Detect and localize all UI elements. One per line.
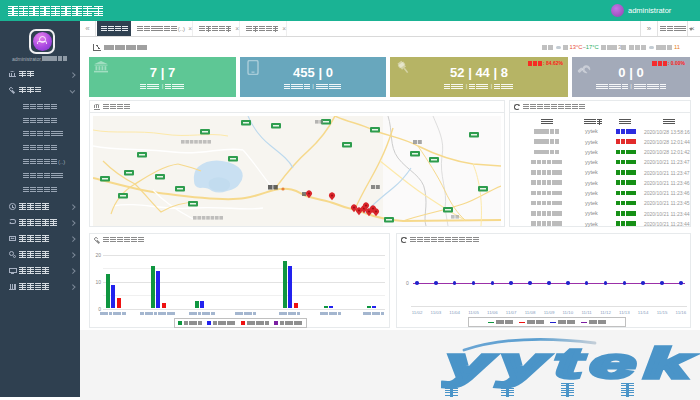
svg-text:yytek: yytek [442, 340, 698, 387]
